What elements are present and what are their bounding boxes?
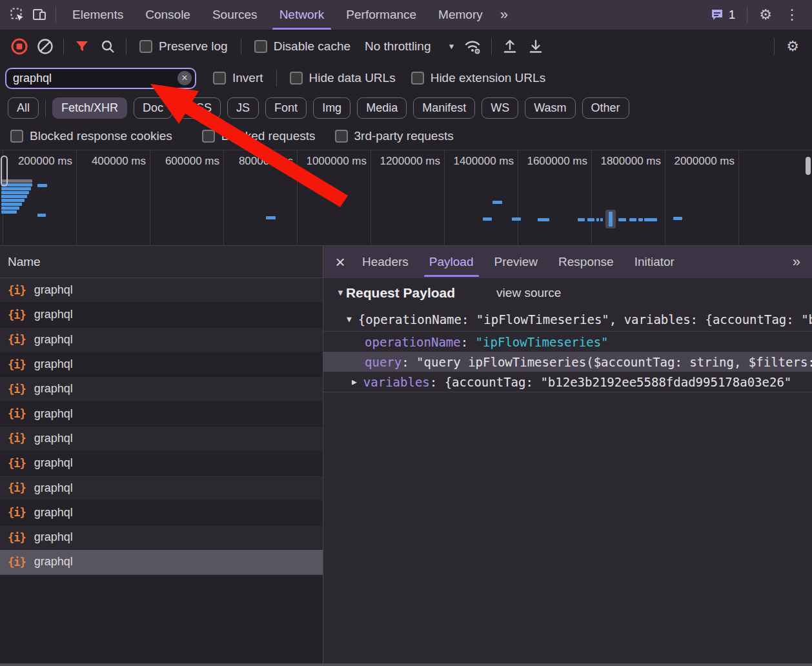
waterfall-bar xyxy=(1,199,25,202)
kebab-menu-icon[interactable]: ⋮ xyxy=(778,6,806,23)
chip-media[interactable]: Media xyxy=(357,97,407,119)
request-row[interactable]: {i}graphql xyxy=(0,328,323,352)
tab-network[interactable]: Network xyxy=(269,0,336,30)
invert-checkbox[interactable]: Invert xyxy=(213,71,263,85)
clear-filter-icon[interactable]: × xyxy=(178,71,192,85)
third-party-requests-checkbox[interactable]: 3rd-party requests xyxy=(335,129,454,143)
chip-other[interactable]: Other xyxy=(582,97,629,119)
more-detail-tabs-icon[interactable]: » xyxy=(786,254,807,270)
checkbox[interactable] xyxy=(290,72,303,85)
tab-payload[interactable]: Payload xyxy=(419,246,484,278)
timeline-tick: 2000000 ms xyxy=(674,155,735,168)
expand-triangle-icon[interactable]: ▶ xyxy=(352,377,357,387)
divider xyxy=(747,6,747,23)
request-row[interactable]: {i}graphql xyxy=(0,451,323,476)
timeline-scrollbar-thumb[interactable] xyxy=(806,157,811,175)
chip-doc[interactable]: Doc xyxy=(134,97,172,119)
export-har-icon[interactable] xyxy=(523,34,549,59)
request-row[interactable]: {i}graphql xyxy=(0,401,323,426)
collapse-triangle-icon[interactable]: ▼ xyxy=(347,314,352,324)
collapse-triangle-icon[interactable]: ▼ xyxy=(336,288,345,298)
waterfall-bar xyxy=(1,207,19,210)
tab-initiator[interactable]: Initiator xyxy=(624,246,685,278)
import-har-icon[interactable] xyxy=(497,34,523,59)
request-row[interactable]: {i}graphql xyxy=(0,352,323,377)
request-row[interactable]: {i}graphql xyxy=(0,303,323,327)
device-toolbar-icon[interactable] xyxy=(28,0,50,30)
divider xyxy=(45,100,46,117)
preserve-log-checkbox[interactable]: Preserve log xyxy=(139,39,228,54)
throttling-dropdown[interactable]: No throttling ▼ xyxy=(365,39,455,54)
waterfall-bar xyxy=(512,217,521,221)
record-network-log-button[interactable] xyxy=(6,34,32,59)
waterfall-bar xyxy=(673,217,682,220)
tab-headers[interactable]: Headers xyxy=(352,246,419,278)
waterfall-bar xyxy=(37,214,46,217)
request-row[interactable]: {i}graphql xyxy=(0,476,323,500)
request-row[interactable]: {i}graphql xyxy=(0,427,323,451)
checkbox[interactable] xyxy=(139,40,152,53)
hide-data-urls-checkbox[interactable]: Hide data URLs xyxy=(290,71,396,85)
disable-cache-checkbox[interactable]: Disable cache xyxy=(254,39,350,54)
payload-value: "ipFlowTimeseries" xyxy=(476,335,609,349)
waterfall-bar xyxy=(596,218,599,221)
chip-font[interactable]: Font xyxy=(265,97,307,119)
name-column-header[interactable]: Name xyxy=(0,246,323,278)
chip-ws[interactable]: WS xyxy=(482,97,518,119)
payload-row-operationName[interactable]: operationName: "ipFlowTimeseries" xyxy=(323,332,812,352)
filter-input[interactable] xyxy=(13,72,173,85)
divider xyxy=(63,38,64,55)
checkbox[interactable] xyxy=(202,130,215,143)
message-bubble-icon xyxy=(710,8,724,22)
tab-console[interactable]: Console xyxy=(134,0,201,30)
issues-count: 1 xyxy=(729,8,736,22)
filter-funnel-icon[interactable] xyxy=(69,34,95,59)
settings-gear-icon[interactable]: ⚙ xyxy=(753,6,778,23)
network-settings-gear-icon[interactable]: ⚙ xyxy=(780,38,806,55)
hide-extension-urls-checkbox[interactable]: Hide extension URLs xyxy=(411,71,545,85)
tab-sources[interactable]: Sources xyxy=(201,0,269,30)
waterfall-bar xyxy=(492,201,502,204)
waterfall-bar xyxy=(538,218,549,221)
clear-network-log-button[interactable] xyxy=(32,34,58,59)
checkbox[interactable] xyxy=(10,130,23,143)
inspect-element-icon[interactable] xyxy=(6,0,28,30)
chip-css[interactable]: CSS xyxy=(179,97,221,119)
tab-preview[interactable]: Preview xyxy=(484,246,549,278)
request-row-selected[interactable]: {i}graphql xyxy=(0,550,323,574)
network-conditions-icon[interactable] xyxy=(460,34,486,59)
payload-row-variables[interactable]: ▶ variables: {accountTag: "b12e3b2192ee5… xyxy=(323,372,812,392)
chip-all[interactable]: All xyxy=(8,97,39,119)
hide-data-urls-label: Hide data URLs xyxy=(309,71,396,85)
network-overview-timeline[interactable]: 200000 ms 400000 ms 600000 ms 800000 ms … xyxy=(0,150,812,246)
chip-fetch-xhr[interactable]: Fetch/XHR xyxy=(52,97,127,119)
checkbox[interactable] xyxy=(213,72,226,85)
tab-memory[interactable]: Memory xyxy=(427,0,494,30)
checkbox[interactable] xyxy=(335,130,348,143)
payload-row-query[interactable]: query: "query ipFlowTimeseries($accountT… xyxy=(323,352,812,372)
chip-manifest[interactable]: Manifest xyxy=(413,97,475,119)
tab-response[interactable]: Response xyxy=(548,246,624,278)
request-row[interactable]: {i}graphql xyxy=(0,525,323,550)
request-row[interactable]: {i}graphql xyxy=(0,278,323,303)
chip-wasm[interactable]: Wasm xyxy=(525,97,575,119)
divider xyxy=(241,38,241,55)
more-tabs-icon[interactable]: » xyxy=(494,6,514,23)
chip-js[interactable]: JS xyxy=(227,97,259,119)
payload-preview-line[interactable]: ▼ {operationName: "ipFlowTimeseries", va… xyxy=(323,307,812,331)
issues-badge[interactable]: 1 xyxy=(710,8,736,22)
request-row[interactable]: {i}graphql xyxy=(0,501,323,525)
tab-elements[interactable]: Elements xyxy=(61,0,134,30)
request-row[interactable]: {i}graphql xyxy=(0,377,323,401)
checkbox[interactable] xyxy=(254,40,267,53)
blocked-requests-checkbox[interactable]: Blocked requests xyxy=(202,129,316,143)
view-source-link[interactable]: view source xyxy=(496,286,561,300)
json-request-icon: {i} xyxy=(8,506,26,519)
checkbox[interactable] xyxy=(411,72,424,85)
close-icon[interactable]: × xyxy=(329,250,352,274)
tab-performance[interactable]: Performance xyxy=(335,0,427,30)
chip-img[interactable]: Img xyxy=(313,97,350,119)
blocked-response-cookies-checkbox[interactable]: Blocked response cookies xyxy=(10,129,172,143)
search-icon[interactable] xyxy=(95,34,121,59)
timeline-scroll-handle[interactable] xyxy=(1,156,8,187)
